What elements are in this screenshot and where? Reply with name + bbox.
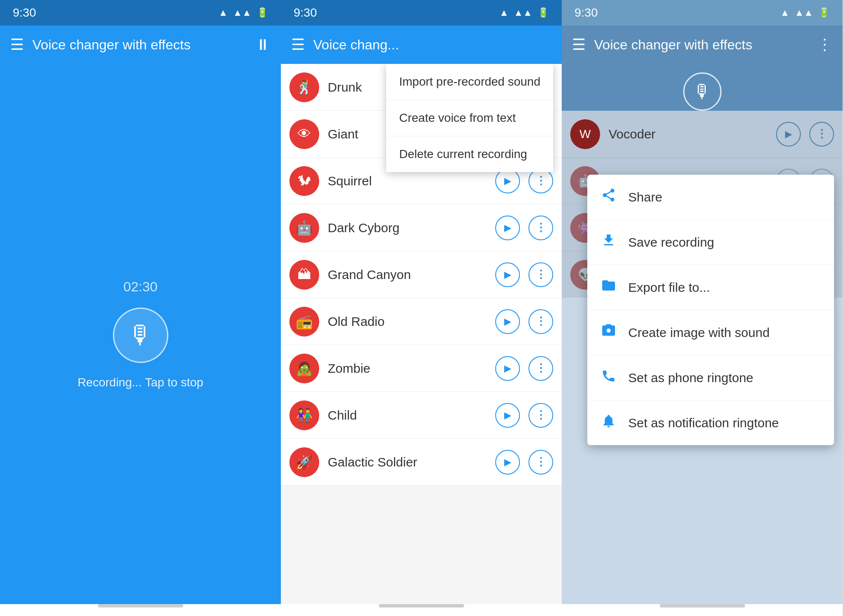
app-bar-1: ☰ Voice changer with effects ⏸ [0, 26, 281, 64]
play-button-old-radio[interactable]: ▶ [495, 309, 520, 334]
status-icons-1: ▲ ▲▲ 🔋 [219, 7, 268, 18]
dropdown-item-delete[interactable]: Delete current recording [386, 136, 553, 172]
dropdown-item-create-voice[interactable]: Create voice from text [386, 100, 553, 136]
list-item: 🤖 Dark Cyborg ▶ ⋮ [281, 204, 562, 251]
more-button-galactic-soldier[interactable]: ⋮ [528, 450, 553, 475]
context-item-save-recording[interactable]: Save recording [587, 220, 834, 265]
context-label-save-recording: Save recording [628, 235, 714, 250]
status-bar-1: 9:30 ▲ ▲▲ 🔋 [0, 0, 281, 26]
effects-list-screen: 🕺 Drunk ▶ ⋮ 👁 Giant ▶ ⋮ 🐿 Squirrel ▶ ⋮ 🤖… [281, 64, 562, 604]
hamburger-icon-1[interactable]: ☰ [10, 36, 24, 54]
bottom-nav-bar-1 [98, 604, 183, 607]
more-button-zombie[interactable]: ⋮ [528, 356, 553, 381]
status-time-3: 9:30 [575, 6, 598, 20]
effect-name-zombie: Zombie [328, 361, 487, 376]
play-button-dark-cyborg[interactable]: ▶ [495, 216, 520, 240]
export-icon [599, 278, 618, 297]
effect-icon-squirrel: 🐿 [289, 166, 319, 196]
share-icon [599, 187, 618, 207]
list-item: 🧟 Zombie ▶ ⋮ [281, 345, 562, 392]
phone-ringtone-icon [599, 368, 618, 387]
effect-name-grand-canyon: Grand Canyon [328, 268, 487, 282]
more-button-old-radio[interactable]: ⋮ [528, 309, 553, 334]
context-item-share[interactable]: Share [587, 175, 834, 220]
battery-icon-3: 🔋 [818, 7, 830, 18]
effect-icon-drunk: 🕺 [289, 72, 319, 102]
effect-icon-dark-cyborg: 🤖 [289, 213, 319, 243]
microphone-icon: 🎙 [128, 320, 153, 350]
wifi-icon: ▲ [219, 7, 228, 18]
mic-circle-header: 🎙 [683, 72, 722, 111]
effect-icon-giant: 👁 [289, 119, 319, 149]
context-label-create-image: Create image with sound [628, 325, 770, 340]
app-title-3: Voice changer with effects [594, 37, 808, 53]
more-button-squirrel[interactable]: ⋮ [528, 169, 553, 193]
effect-icon-child: 👫 [289, 400, 319, 430]
context-label-export: Export file to... [628, 280, 710, 295]
app-title-2: Voice chang... [313, 37, 551, 53]
list-item: 🏔 Grand Canyon ▶ ⋮ [281, 251, 562, 298]
signal-icon: ▲▲ [233, 7, 251, 18]
mic-button[interactable]: 🎙 [113, 308, 168, 363]
battery-icon-2: 🔋 [537, 7, 549, 18]
status-bar-2: 9:30 ▲ ▲▲ 🔋 [281, 0, 562, 26]
microphone-header-icon: 🎙 [693, 81, 712, 102]
play-button-grand-canyon[interactable]: ▶ [495, 262, 520, 287]
phone-3: 9:30 ▲ ▲▲ 🔋 ☰ Voice changer with effects… [562, 0, 843, 616]
camera-icon [599, 323, 618, 342]
signal-icon-2: ▲▲ [514, 7, 532, 18]
effect-name-child: Child [328, 408, 487, 423]
status-icons-2: ▲ ▲▲ 🔋 [499, 7, 549, 18]
context-menu-screen: 🎙 W Vocoder ▶ ⋮ 🤖 Sarcastic Robot ▶ ⋮ [562, 64, 843, 604]
list-item: 📻 Old Radio ▶ ⋮ [281, 298, 562, 345]
context-label-phone-ringtone: Set as phone ringtone [628, 371, 754, 385]
play-button-vocoder[interactable]: ▶ [776, 122, 801, 147]
context-menu: Share Save recording Export file to... C… [587, 175, 834, 445]
recording-screen: 02:30 🎙 Recording... Tap to stop [0, 64, 281, 604]
save-recording-icon [599, 233, 618, 252]
play-button-squirrel[interactable]: ▶ [495, 169, 520, 193]
play-button-child[interactable]: ▶ [495, 403, 520, 428]
list-item: 👫 Child ▶ ⋮ [281, 392, 562, 439]
phone-1: 9:30 ▲ ▲▲ 🔋 ☰ Voice changer with effects… [0, 0, 281, 616]
more-button-vocoder[interactable]: ⋮ [809, 122, 834, 147]
recording-status: Recording... Tap to stop [78, 376, 203, 389]
effect-icon-grand-canyon: 🏔 [289, 260, 319, 290]
effect-icon-old-radio: 📻 [289, 307, 319, 337]
phone-2: 9:30 ▲ ▲▲ 🔋 ☰ Voice chang... 🕺 Drunk ▶ ⋮… [281, 0, 562, 616]
battery-icon: 🔋 [257, 7, 268, 18]
more-button-dark-cyborg[interactable]: ⋮ [528, 216, 553, 240]
app-bar-3: ☰ Voice changer with effects ⋮ [562, 26, 843, 64]
effect-name-old-radio: Old Radio [328, 314, 487, 329]
dropdown-menu: Import pre-recorded sound Create voice f… [386, 64, 553, 172]
context-item-notification-ringtone[interactable]: Set as notification ringtone [587, 400, 834, 445]
hamburger-icon-3[interactable]: ☰ [572, 36, 586, 54]
play-button-galactic-soldier[interactable]: ▶ [495, 450, 520, 475]
play-button-zombie[interactable]: ▶ [495, 356, 520, 381]
list-item-vocoder: W Vocoder ▶ ⋮ [562, 111, 843, 158]
recording-timer: 02:30 [123, 279, 157, 295]
effect-name-squirrel: Squirrel [328, 174, 487, 188]
more-button-child[interactable]: ⋮ [528, 403, 553, 428]
context-item-create-image[interactable]: Create image with sound [587, 310, 834, 355]
status-icons-3: ▲ ▲▲ 🔋 [780, 7, 830, 18]
more-button-grand-canyon[interactable]: ⋮ [528, 262, 553, 287]
app-title-1: Voice changer with effects [32, 37, 247, 53]
app-bar-2: ☰ Voice chang... [281, 26, 562, 64]
mic-header-area: 🎙 [562, 64, 843, 111]
context-item-export[interactable]: Export file to... [587, 265, 834, 310]
pause-icon[interactable]: ⏸ [255, 36, 271, 54]
context-item-phone-ringtone[interactable]: Set as phone ringtone [587, 355, 834, 400]
effect-name-vocoder: Vocoder [609, 127, 768, 141]
wifi-icon-3: ▲ [780, 7, 790, 18]
status-time-2: 9:30 [294, 6, 317, 20]
status-bar-3: 9:30 ▲ ▲▲ 🔋 [562, 0, 843, 26]
more-options-icon-3[interactable]: ⋮ [817, 36, 832, 54]
hamburger-icon-2[interactable]: ☰ [291, 36, 305, 54]
dropdown-item-import[interactable]: Import pre-recorded sound [386, 64, 553, 100]
vocoder-icon-inner: W [580, 127, 591, 141]
status-time-1: 9:30 [13, 6, 36, 20]
effect-icon-zombie: 🧟 [289, 354, 319, 383]
context-label-notification-ringtone: Set as notification ringtone [628, 416, 779, 430]
notification-ringtone-icon [599, 413, 618, 432]
